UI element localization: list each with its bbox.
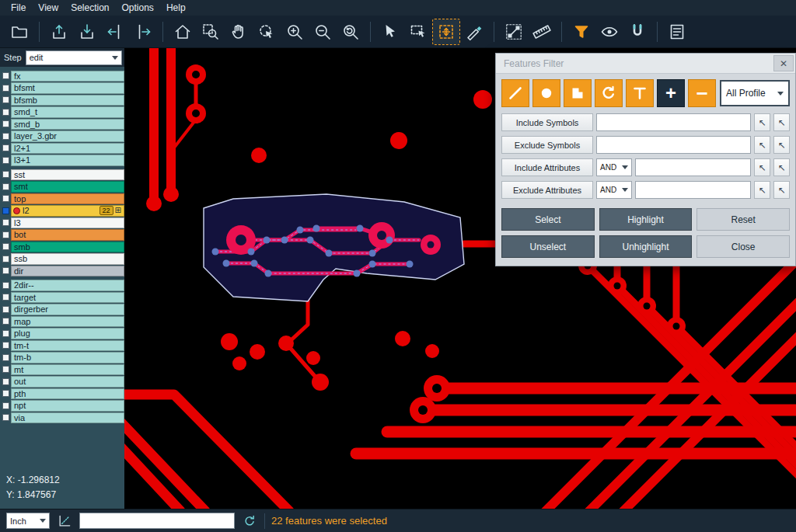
layer-band[interactable]: sst [11, 169, 124, 181]
layer-checkbox[interactable] [2, 318, 9, 325]
layer-band[interactable]: layer_3.gbr [11, 130, 124, 142]
angle-measure-icon[interactable] [56, 513, 73, 530]
layer-band[interactable]: target [11, 292, 124, 304]
layer-band[interactable]: fx [11, 71, 124, 82]
layer-row-bot[interactable]: bot [0, 229, 124, 242]
layer-band[interactable]: smd_b [11, 119, 124, 130]
layer-row-smb[interactable]: smb [0, 241, 124, 253]
layer-checkbox[interactable] [2, 207, 9, 214]
filter-funnel-icon[interactable] [568, 19, 595, 44]
layer-band[interactable]: via [11, 412, 124, 424]
layer-checkbox[interactable] [2, 267, 9, 274]
layer-band[interactable]: smd_t [11, 106, 124, 118]
layer-row-dirgerber[interactable]: dirgerber [0, 304, 124, 316]
layer-checkbox[interactable] [2, 72, 9, 79]
menu-file[interactable]: File [5, 1, 32, 15]
surface-tool-button[interactable] [564, 79, 592, 107]
pick-multi-arrow-button[interactable]: ↖ [773, 181, 790, 199]
ruler-icon[interactable] [529, 19, 555, 44]
layer-row-via[interactable]: via [0, 412, 124, 424]
line-tool-button[interactable] [501, 79, 529, 107]
unselect-button[interactable]: Unselect [501, 235, 595, 258]
layer-row-l2[interactable]: l222⊞ [0, 205, 124, 217]
lasso-select-icon[interactable] [253, 19, 280, 44]
layer-band[interactable]: l222⊞ [11, 205, 124, 217]
layer-band[interactable]: dir [11, 266, 124, 277]
layer-row-ssb[interactable]: ssb [0, 253, 124, 266]
open-project-icon[interactable] [6, 19, 33, 44]
layer-band[interactable]: bfsmb [11, 95, 124, 106]
layer-checkbox[interactable] [2, 366, 9, 373]
layer-row-tm-b[interactable]: tm-b [0, 352, 124, 364]
layer-row-dir[interactable]: dir [0, 265, 124, 277]
layer-band[interactable]: top [11, 193, 124, 205]
layer-checkbox[interactable] [2, 133, 9, 140]
layer-checkbox[interactable] [2, 231, 9, 238]
layer-row-bfsmt[interactable]: bfsmt [0, 82, 124, 95]
measure-point-icon[interactable] [501, 19, 527, 44]
arc-tool-button[interactable] [595, 79, 623, 107]
layer-row-top[interactable]: top [0, 193, 124, 205]
layer-band[interactable]: smt [11, 181, 124, 193]
layer-row-out[interactable]: out [0, 376, 124, 388]
layer-row-smt[interactable]: smt [0, 181, 124, 193]
include-symbols-input[interactable] [596, 113, 751, 131]
select-rect-icon[interactable] [405, 19, 431, 44]
close-button[interactable]: Close [696, 235, 790, 258]
layer-checkbox[interactable] [2, 120, 9, 127]
layer-checkbox[interactable] [2, 219, 9, 226]
step-dropdown[interactable]: edit [26, 50, 122, 65]
layer-band[interactable]: plug [11, 328, 124, 339]
layer-band[interactable]: 2dir-- [11, 280, 124, 291]
zoom-in-icon[interactable] [281, 19, 308, 44]
command-input[interactable] [79, 513, 235, 529]
exclude-attributes-label-button[interactable]: Exclude Attributes [501, 181, 593, 199]
layer-band[interactable]: bot [11, 229, 124, 241]
layer-checkbox[interactable] [2, 390, 9, 397]
eye-icon[interactable] [596, 19, 623, 44]
layer-row-pth[interactable]: pth [0, 388, 124, 400]
exclude-symbols-label-button[interactable]: Exclude Symbols [501, 136, 593, 154]
profile-dropdown[interactable]: All Profile [720, 80, 790, 106]
exclude-attributes-and-dropdown[interactable]: AND [596, 181, 632, 199]
include-attributes-and-dropdown[interactable]: AND [596, 158, 632, 176]
include-attributes-input[interactable] [635, 158, 751, 176]
layer-checkbox[interactable] [2, 402, 9, 409]
layer-checkbox[interactable] [2, 354, 9, 361]
select-button[interactable]: Select [501, 208, 595, 231]
layer-row-sst[interactable]: sst [0, 169, 124, 181]
layer-checkbox[interactable] [2, 195, 9, 202]
layer-checkbox[interactable] [2, 378, 9, 385]
layer-row-l3[interactable]: l3 [0, 217, 124, 229]
layer-band[interactable]: bfsmt [11, 82, 124, 94]
layer-checkbox[interactable] [2, 157, 9, 164]
unhighlight-button[interactable]: Unhighlight [599, 235, 693, 258]
layer-row-smd_b[interactable]: smd_b [0, 118, 124, 130]
layer-band[interactable]: l3 [11, 217, 124, 229]
layer-checkbox[interactable] [2, 256, 9, 263]
layer-row-fx[interactable]: fx [0, 70, 124, 82]
layer-checkbox[interactable] [2, 414, 9, 421]
menu-selection[interactable]: Selection [65, 1, 115, 15]
layer-band[interactable]: map [11, 316, 124, 328]
import-down-icon[interactable] [74, 19, 100, 44]
snap-magnet-icon[interactable] [624, 19, 651, 44]
import-left-icon[interactable] [102, 19, 128, 44]
zoom-out-icon[interactable] [309, 19, 336, 44]
layer-row-map[interactable]: map [0, 315, 124, 328]
layer-checkbox[interactable] [2, 183, 9, 190]
add-filter-button[interactable]: + [657, 79, 685, 107]
layer-band[interactable]: tm-t [11, 340, 124, 352]
layer-band[interactable]: pth [11, 388, 124, 400]
layer-band[interactable]: tm-b [11, 352, 124, 363]
exclude-attributes-input[interactable] [635, 181, 751, 199]
text-tool-button[interactable] [626, 79, 654, 107]
layer-band[interactable]: smb [11, 242, 124, 253]
zoom-area-icon[interactable] [197, 19, 224, 44]
pick-single-arrow-button[interactable]: ↖ [754, 158, 770, 176]
layer-row-npt[interactable]: npt [0, 400, 124, 412]
highlight-button[interactable]: Highlight [599, 208, 693, 231]
layer-checkbox[interactable] [2, 294, 9, 301]
layer-band[interactable]: l2+1 [11, 143, 124, 155]
layer-band[interactable]: dirgerber [11, 304, 124, 315]
